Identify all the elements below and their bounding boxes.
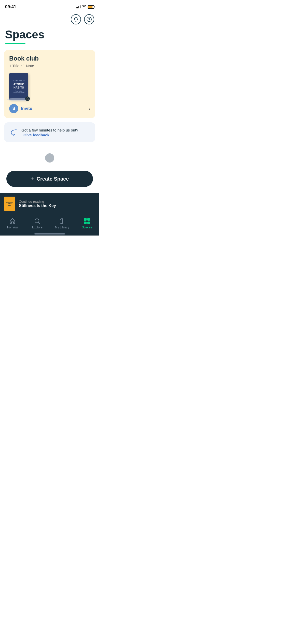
help-button[interactable]: ? [84, 14, 94, 24]
plus-icon: + [31, 175, 34, 182]
nav-label-explore: Explore [32, 226, 43, 229]
book-title-line2: HABITS [13, 86, 24, 89]
page-title: Spaces [5, 28, 94, 41]
nav-item-my-library[interactable]: My Library [53, 217, 71, 229]
book-club-subtitle: 1 Title • 1 Note [9, 64, 90, 68]
feedback-text-area: Got a few minutes to help us out? Give f… [21, 127, 90, 137]
signal-bars-icon [76, 5, 80, 8]
chevron-right-icon: › [88, 106, 90, 112]
feedback-card[interactable]: Got a few minutes to help us out? Give f… [4, 122, 95, 142]
feedback-arrow-icon [9, 128, 18, 137]
nav-item-spaces[interactable]: Spaces [78, 217, 96, 229]
book-small-subtitle: Tiny Habits,Remarkable Results [13, 90, 24, 93]
svg-line-3 [38, 222, 40, 224]
book-club-card[interactable]: Book club 1 Title • 1 Note JAMES CLEAR A… [4, 50, 95, 118]
continue-reading-text: Continue reading Stillness Is the Key [19, 200, 56, 208]
bottom-nav: For You Explore My Library [0, 214, 99, 231]
thumb-title: STILLNESSIS THEKEY [6, 201, 13, 206]
book-badge: 🎧 [25, 96, 30, 101]
notification-button[interactable] [71, 14, 81, 24]
home-indicator [0, 231, 99, 236]
page-title-section: Spaces [0, 26, 99, 44]
library-icon [59, 217, 66, 225]
create-space-area: + Create Space [0, 167, 99, 193]
wifi-icon [82, 5, 86, 9]
home-icon [9, 217, 16, 225]
status-icons [76, 5, 94, 9]
continue-reading-bar[interactable]: STILLNESSIS THEKEY Continue reading Stil… [0, 193, 99, 214]
battery-icon [88, 5, 94, 9]
continue-label: Continue reading [19, 200, 56, 203]
nav-label-spaces: Spaces [82, 226, 92, 229]
home-indicator-bar [34, 233, 65, 235]
card-footer: S Invite › [9, 104, 90, 113]
avatar-invite-area[interactable]: S Invite [9, 104, 32, 113]
create-space-button[interactable]: + Create Space [6, 171, 93, 187]
nav-item-for-you[interactable]: For You [4, 217, 21, 229]
feedback-content: Got a few minutes to help us out? Give f… [21, 127, 90, 137]
scroll-dot [45, 153, 54, 163]
spaces-icon [83, 217, 90, 225]
svg-text:?: ? [88, 18, 90, 21]
explore-icon [34, 217, 41, 225]
invite-text[interactable]: Invite [21, 106, 32, 111]
book-author: JAMES CLEAR [13, 80, 25, 82]
scroll-indicator [0, 147, 99, 167]
book-club-title: Book club [9, 55, 90, 62]
book-cover-area: JAMES CLEAR ATOMIC HABITS Tiny Habits,Re… [9, 72, 90, 100]
nav-item-explore[interactable]: Explore [28, 217, 46, 229]
spaces-grid-icon [84, 218, 90, 224]
feedback-question: Got a few minutes to help us out? [21, 127, 78, 133]
book-cover: JAMES CLEAR ATOMIC HABITS Tiny Habits,Re… [9, 73, 28, 100]
book-title-line1: ATOMIC [13, 83, 24, 86]
give-feedback-link[interactable]: Give feedback [23, 133, 49, 137]
status-bar: 09:41 [0, 0, 99, 12]
continue-reading-book-thumb: STILLNESSIS THEKEY [4, 197, 15, 211]
create-space-label: Create Space [37, 176, 69, 182]
nav-label-my-library: My Library [55, 226, 69, 229]
book-badge-icon: 🎧 [26, 97, 29, 100]
status-time: 09:41 [5, 4, 16, 9]
user-avatar: S [9, 104, 18, 113]
continue-book-name: Stillness Is the Key [19, 203, 56, 208]
title-underline [5, 43, 25, 44]
nav-label-for-you: For You [7, 226, 18, 229]
top-actions-bar: ? [0, 12, 99, 26]
